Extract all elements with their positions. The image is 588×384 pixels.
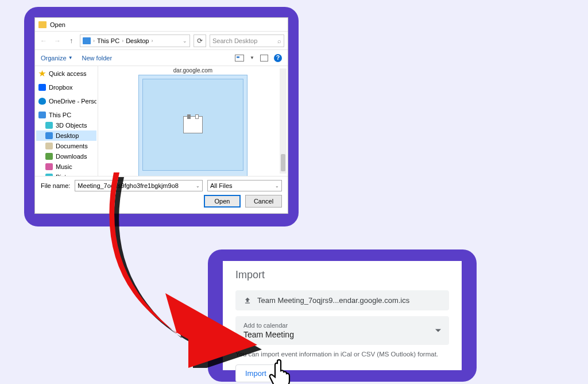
sidebar-item-onedrive[interactable]: OneDrive - Person (36, 96, 96, 106)
dialog-footer: File name: Meeting_7oqjrs9fgho3fre1bgkjm… (35, 176, 288, 213)
chevron-down-icon[interactable]: ▼ (250, 55, 254, 60)
help-icon[interactable]: ? (274, 54, 282, 62)
documents-icon (45, 143, 53, 149)
pc-icon (83, 37, 91, 44)
back-icon[interactable]: ← (38, 36, 49, 46)
sidebar-item-pictures[interactable]: Pictures (36, 172, 96, 176)
sidebar-item-label: Downloads (56, 153, 87, 160)
file-open-panel: Open ← → ↑ › This PC › Desktop › ⌄ ⟳ Sea… (24, 7, 299, 226)
dialog-body: Quick access Dropbox OneDrive - Person T… (35, 66, 288, 176)
organize-button[interactable]: Organize ▼ (41, 55, 73, 62)
chevron-down-icon[interactable]: ⌄ (275, 183, 279, 189)
sidebar-item-music[interactable]: Music (36, 162, 96, 172)
refresh-button[interactable]: ⟳ (194, 34, 206, 47)
search-input[interactable]: Search Desktop ⌕ (210, 34, 284, 47)
sidebar-item-downloads[interactable]: Downloads (36, 151, 96, 162)
filename-input[interactable]: Meeting_7oqjrs9fgho3fre1bgkjm9o8 ⌄ (75, 180, 203, 191)
file-open-dialog: Open ← → ↑ › This PC › Desktop › ⌄ ⟳ Sea… (34, 17, 288, 214)
sidebar-item-label: Dropbox (49, 84, 73, 91)
import-button[interactable]: Import (235, 364, 276, 382)
file-item-selected[interactable] (138, 75, 247, 176)
onedrive-icon (38, 98, 46, 105)
gcal-file-name: Team Meeting_7oqjrs9...endar.google.com.… (257, 296, 409, 305)
music-icon (45, 163, 53, 170)
sidebar: Quick access Dropbox OneDrive - Person T… (35, 66, 98, 176)
chevron-down-icon (435, 329, 441, 332)
gcal-addcal-label: Add to calendar (243, 322, 441, 329)
preview-pane-icon[interactable] (260, 55, 268, 62)
sidebar-item-label: This PC (49, 112, 71, 118)
chevron-down-icon[interactable]: ⌄ (183, 38, 187, 44)
search-icon: ⌕ (277, 37, 281, 44)
gcal-import-panel: Import Team Meeting_7oqjrs9...endar.goog… (208, 249, 477, 382)
scrollbar[interactable] (280, 68, 287, 174)
pc-icon (38, 112, 46, 118)
dialog-title: Open (50, 21, 65, 28)
downloads-icon (45, 153, 53, 160)
view-mode-icon[interactable] (235, 55, 244, 62)
gcal-file-field[interactable]: Team Meeting_7oqjrs9...endar.google.com.… (235, 290, 449, 310)
sidebar-item-label: Documents (56, 143, 88, 149)
up-icon[interactable]: ↑ (66, 36, 76, 46)
dialog-titlebar: Open (35, 18, 288, 32)
desktop-icon (45, 132, 53, 139)
calendar-icon (183, 116, 203, 133)
sidebar-item-label: OneDrive - Person (49, 98, 96, 105)
chevron-icon: › (151, 38, 153, 44)
sidebar-item-label: Music (56, 163, 72, 170)
star-icon (38, 70, 46, 77)
nav-bar: ← → ↑ › This PC › Desktop › ⌄ ⟳ Search D… (35, 32, 288, 50)
organize-label: Organize (41, 55, 67, 62)
dropbox-icon (38, 84, 46, 91)
sidebar-item-thispc[interactable]: This PC (36, 110, 96, 120)
chevron-down-icon[interactable]: ⌄ (196, 183, 200, 189)
chevron-down-icon: ▼ (68, 55, 73, 60)
forward-icon[interactable]: → (52, 36, 63, 46)
cancel-button[interactable]: Cancel (245, 195, 282, 208)
upload-icon (243, 297, 252, 305)
3d-icon (45, 122, 53, 129)
filetype-value: All Files (210, 182, 233, 189)
sidebar-item-desktop[interactable]: Desktop (36, 130, 96, 141)
gcal-calendar-select[interactable]: Add to calendar Team Meeting (235, 316, 449, 345)
folder-icon (38, 21, 47, 28)
file-thumbnail (142, 79, 243, 171)
filename-label: File name: (41, 182, 70, 189)
column-header: dar.google.com (173, 66, 212, 75)
gcal-note: You can import event information in iCal… (235, 351, 449, 358)
sidebar-item-label: Desktop (56, 132, 79, 139)
toolbar: Organize ▼ New folder ▼ ? (35, 50, 288, 66)
breadcrumb-part[interactable]: This PC (97, 37, 119, 44)
chevron-icon: › (122, 38, 123, 44)
sidebar-item-dropbox[interactable]: Dropbox (36, 82, 96, 93)
chevron-icon: › (93, 38, 95, 44)
breadcrumb-part[interactable]: Desktop (126, 37, 149, 44)
sidebar-item-3dobjects[interactable]: 3D Objects (36, 120, 96, 130)
gcal-heading: Import (235, 269, 449, 281)
open-button[interactable]: Open (204, 195, 241, 208)
search-placeholder: Search Desktop (212, 37, 257, 44)
gcal-import-card: Import Team Meeting_7oqjrs9...endar.goog… (223, 261, 462, 370)
sidebar-item-label: Quick access (49, 70, 86, 77)
breadcrumb[interactable]: › This PC › Desktop › ⌄ (80, 34, 190, 47)
sidebar-item-documents[interactable]: Documents (36, 141, 96, 151)
sidebar-item-quickaccess[interactable]: Quick access (36, 68, 96, 79)
new-folder-button[interactable]: New folder (82, 55, 113, 62)
filename-value: Meeting_7oqjrs9fgho3fre1bgkjm9o8 (78, 182, 179, 189)
filetype-select[interactable]: All Files ⌄ (207, 180, 282, 191)
gcal-calendar-name: Team Meeting (243, 330, 441, 339)
file-list[interactable]: dar.google.com Team Meeting_7oqjrs9fgho3… (98, 66, 288, 176)
sidebar-item-label: 3D Objects (56, 122, 87, 129)
